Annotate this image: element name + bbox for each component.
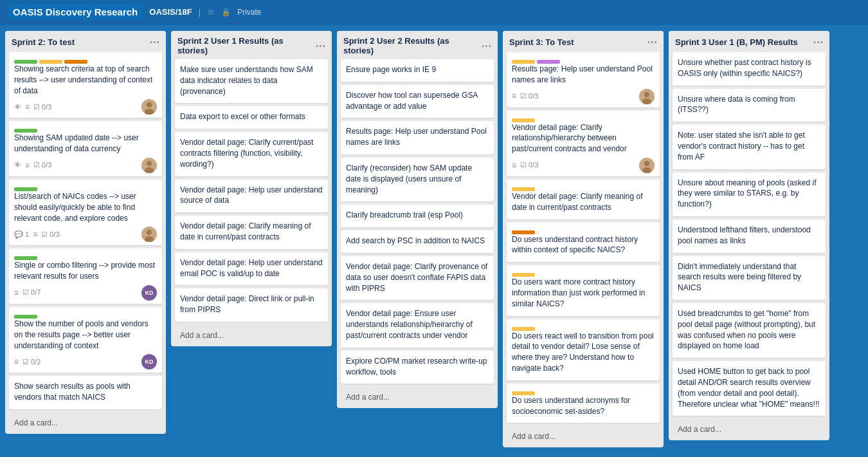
card-text-c10: Vendor detail page: Help user understand… [180, 185, 323, 207]
card-c7[interactable]: Make sure user understands how SAM data … [175, 59, 328, 103]
card-footer-c4: ≡☑ 0/7KD [14, 285, 157, 301]
menu-icon: ≡ [14, 288, 19, 299]
card-c2[interactable]: Showing SAM updated date --> user unders… [9, 121, 162, 176]
card-meta-c5: ≡☑ 0/2 [14, 357, 41, 368]
card-c26[interactable]: Do users understand contract history wit… [507, 223, 660, 263]
add-card-1[interactable]: Add a card... [175, 327, 328, 344]
card-footer-c5: ≡☑ 0/2KD [14, 354, 157, 369]
card-c10[interactable]: Vendor detail page: Help user understand… [175, 180, 328, 213]
list-menu-icon-2[interactable]: ⋯ [481, 40, 491, 52]
card-c14[interactable]: Ensure page works in IE 9 [341, 59, 494, 82]
list-list-sprint3-test: Sprint 3: To Test⋯Results page: Help use… [503, 31, 664, 447]
list-cards-2: Ensure page works in IE 9Discover how to… [337, 59, 498, 387]
card-text-c33: Unsure about meaning of pools (asked if … [678, 178, 820, 210]
card-c23[interactable]: Results page: Help user understand Pool … [507, 52, 660, 107]
label-yellow [512, 391, 535, 395]
add-card-3[interactable]: Add a card... [507, 428, 660, 445]
label-yellow [512, 118, 535, 122]
card-c24[interactable]: Vendor detail page: Clarify relationship… [507, 111, 660, 176]
card-c3[interactable]: List/search of NAICs codes --> user shou… [9, 180, 162, 245]
card-c6[interactable]: Show search results as pools with vendor… [9, 376, 162, 409]
card-c31[interactable]: Unsure where data is coming from (ITSS??… [673, 89, 826, 122]
card-text-c35: Didn't immediately understand that searc… [678, 261, 820, 294]
card-text-c13: Vendor detail page: Direct link or pull-… [180, 294, 323, 315]
card-c28[interactable]: Do users react well to transition from p… [507, 319, 660, 380]
svg-point-4 [147, 161, 152, 166]
list-cards-4: Unsure whether past contract history is … [669, 52, 829, 420]
list-menu-icon-4[interactable]: ⋯ [813, 36, 823, 48]
card-c12[interactable]: Vendor detail page: Help user understand… [175, 252, 328, 286]
checklist-count: ☑ 0/3 [520, 91, 538, 101]
menu-icon: ≡ [512, 160, 516, 171]
app-title: OASIS Discovery Research [8, 5, 143, 19]
card-text-c14: Ensure page works in IE 9 [346, 64, 489, 75]
card-text-c26: Do users understand contract history wit… [512, 234, 655, 256]
card-meta-c2: 👁≡☑ 0/3 [14, 160, 51, 171]
card-text-c17: Clarify (reconsider) how SAM update date… [346, 163, 489, 195]
add-card-4[interactable]: Add a card... [673, 421, 826, 438]
card-c1[interactable]: Showing search criteria at top of search… [9, 52, 162, 118]
list-cards-0: Showing search criteria at top of search… [5, 52, 166, 413]
checklist-count: ☑ 0/7 [23, 288, 41, 297]
list-header-2: Sprint 2 User 2 Results (as stories)⋯ [337, 31, 498, 59]
list-menu-icon-3[interactable]: ⋯ [647, 36, 657, 48]
list-cards-1: Make sure user understands how SAM data … [171, 59, 332, 326]
card-text-c20: Vendor detail page: Clarify provenance o… [346, 261, 489, 294]
card-c34[interactable]: Understood lefthand filters, understood … [673, 219, 826, 253]
checklist-count: ☑ 0/3 [520, 160, 538, 170]
card-c19[interactable]: Add search by PSC in addition to NAICS [341, 230, 494, 253]
card-text-c15: Discover how tool can supersede GSA adva… [346, 90, 489, 112]
card-meta-c3: 💬 1≡☑ 0/3 [14, 229, 60, 240]
list-list-sprint3-user1: Sprint 3 User 1 (B, PM) Results⋯Unsure w… [669, 31, 829, 440]
card-c36[interactable]: Used breadcrumbs to get "home" from pool… [673, 303, 826, 358]
card-c16[interactable]: Results page: Help user understand Pool … [341, 121, 494, 154]
star-icon[interactable]: ☆ [207, 7, 215, 17]
card-text-c5: Show the number of pools and vendors on … [14, 319, 157, 351]
card-c18[interactable]: Clarify breadcrumb trail (esp Pool) [341, 205, 494, 227]
card-c29[interactable]: Do users understand acronyms for socioec… [507, 384, 660, 424]
card-c17[interactable]: Clarify (reconsider) how SAM update date… [341, 158, 494, 201]
card-c15[interactable]: Discover how tool can supersede GSA adva… [341, 85, 494, 118]
avatar: KD [141, 354, 157, 369]
list-list-sprint2-test: Sprint 2: To test⋯Showing search criteri… [5, 31, 166, 434]
card-text-c12: Vendor detail page: Help user understand… [180, 257, 323, 279]
card-text-c25: Vendor detail page: Clarify meaning of d… [512, 191, 655, 213]
card-c37[interactable]: Used HOME button to get back to pool det… [673, 361, 826, 416]
eye-icon: 👁 [14, 102, 21, 112]
add-card-2[interactable]: Add a card... [341, 389, 494, 406]
card-c4[interactable]: Single or combo filtering --> provide mo… [9, 248, 162, 304]
avatar [639, 158, 655, 173]
card-c9[interactable]: Vendor detail page: Clarify current/past… [175, 132, 328, 176]
list-title-4: Sprint 3 User 1 (B, PM) Results [675, 37, 798, 47]
list-menu-icon-0[interactable]: ⋯ [149, 36, 159, 48]
card-c20[interactable]: Vendor detail page: Clarify provenance o… [341, 256, 494, 300]
list-menu-icon-1[interactable]: ⋯ [315, 40, 325, 52]
card-c11[interactable]: Vendor detail page: Clarify meaning of d… [175, 216, 328, 249]
svg-point-1 [147, 102, 152, 107]
eye-icon: 👁 [14, 160, 21, 170]
card-c27[interactable]: Do users want more contract history info… [507, 265, 660, 315]
card-c30[interactable]: Unsure whether past contract history is … [673, 52, 826, 86]
add-card-0[interactable]: Add a card... [9, 415, 162, 431]
card-c5[interactable]: Show the number of pools and vendors on … [9, 307, 162, 373]
card-meta-c23: ≡☑ 0/3 [512, 91, 538, 102]
list-header-1: Sprint 2 User 1 Results (as stories)⋯ [171, 31, 332, 59]
card-c25[interactable]: Vendor detail page: Clarify meaning of d… [507, 180, 660, 219]
checklist-count: ☑ 0/3 [33, 160, 51, 170]
card-c33[interactable]: Unsure about meaning of pools (asked if … [673, 173, 826, 216]
card-c13[interactable]: Vendor detail page: Direct link or pull-… [175, 288, 328, 322]
card-text-c23: Results page: Help user understand Pool … [512, 64, 655, 86]
menu-icon: ≡ [33, 229, 37, 240]
card-c21[interactable]: Vendor detail page: Ensure user understa… [341, 303, 494, 347]
card-c8[interactable]: Data export to excel or other formats [175, 106, 328, 129]
card-meta-c4: ≡☑ 0/7 [14, 288, 41, 299]
card-text-c2: Showing SAM updated date --> user unders… [14, 133, 157, 154]
list-header-0: Sprint 2: To test⋯ [5, 31, 166, 52]
card-c22[interactable]: Explore CO/PM market research write-up w… [341, 351, 494, 384]
visibility-label: Private [237, 8, 261, 17]
avatar [639, 89, 655, 104]
card-c32[interactable]: Note: user stated she isn't able to get … [673, 125, 826, 169]
card-c35[interactable]: Didn't immediately understand that searc… [673, 256, 826, 300]
card-text-c29: Do users understand acronyms for socioec… [512, 395, 655, 417]
card-text-c32: Note: user stated she isn't able to get … [678, 130, 820, 162]
